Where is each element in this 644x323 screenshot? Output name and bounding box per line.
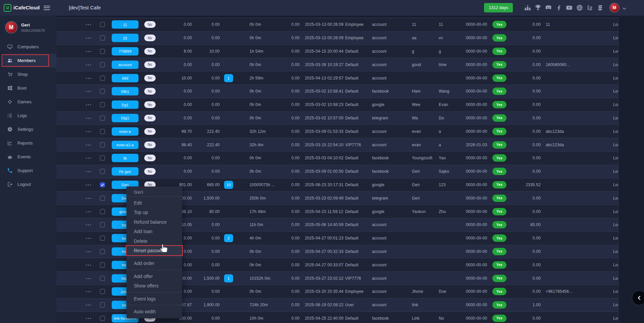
row-actions-dots-icon[interactable]: ••• — [86, 183, 97, 187]
menu-item-reset-password[interactable]: Reset password — [126, 246, 182, 255]
row-actions-dots-icon[interactable]: ••• — [86, 169, 97, 173]
row-actions-dots-icon[interactable]: ••• — [86, 103, 97, 107]
sidebar-item-games[interactable]: Games — [0, 95, 56, 109]
row-actions-dots-icon[interactable]: ••• — [86, 89, 97, 93]
row-checkbox[interactable] — [100, 102, 105, 107]
row-checkbox[interactable] — [100, 36, 105, 41]
sidebar-item-reports[interactable]: Reports — [0, 136, 56, 150]
icafecloud-icon[interactable] — [586, 4, 594, 11]
hamburger-menu-icon[interactable] — [44, 6, 50, 10]
member-name-pill[interactable]: ddd — [112, 74, 139, 82]
sidebar-item-support[interactable]: Support — [0, 164, 56, 177]
trophy-icon[interactable] — [534, 4, 542, 11]
row-checkbox[interactable] — [100, 276, 105, 281]
row-checkbox[interactable] — [100, 222, 105, 227]
facebook-icon[interactable] — [555, 4, 562, 11]
row-actions-dots-icon[interactable]: ••• — [86, 143, 97, 147]
row-actions-dots-icon[interactable]: ••• — [86, 236, 97, 240]
row-actions-dots-icon[interactable]: ••• — [86, 210, 97, 214]
row-actions-dots-icon[interactable]: ••• — [86, 156, 97, 160]
chevron-down-icon[interactable] — [622, 5, 627, 10]
row-checkbox[interactable] — [100, 89, 105, 94]
sidebar-item-logs[interactable]: Logs — [0, 109, 56, 122]
spent-cell: 0.00 — [283, 116, 300, 120]
row-checkbox[interactable] — [100, 303, 105, 308]
row-checkbox[interactable] — [100, 249, 105, 254]
row-actions-dots-icon[interactable]: ••• — [86, 316, 97, 320]
row-checkbox[interactable] — [100, 169, 105, 174]
menu-item-show-offers[interactable]: Show offers — [126, 281, 182, 290]
menu-item-delete[interactable]: Delete — [126, 236, 182, 246]
member-name-pill[interactable]: 11 — [112, 20, 139, 29]
row-checkbox[interactable] — [100, 156, 105, 161]
menu-item-add-loan[interactable]: Add loan — [126, 227, 182, 236]
row-actions-dots-icon[interactable]: ••• — [86, 36, 97, 40]
loc-cell: Loc — [613, 236, 619, 240]
sidebar-item-members[interactable]: Members — [2, 54, 56, 67]
row-checkbox[interactable] — [100, 62, 105, 67]
member-name-pill[interactable]: evan-a1-a — [112, 141, 139, 149]
row-actions-dots-icon[interactable]: ••• — [86, 116, 97, 120]
row-checkbox[interactable] — [100, 115, 105, 120]
spent-cell: 0.00 — [283, 236, 300, 240]
row-actions-dots-icon[interactable]: ••• — [86, 276, 97, 280]
sidebar-item-settings[interactable]: Settings — [0, 122, 56, 136]
layers-icon[interactable] — [597, 4, 604, 11]
menu-item-event-logs[interactable]: Event logs — [126, 294, 182, 304]
row-actions-dots-icon[interactable]: ••• — [86, 129, 97, 133]
member-name-pill[interactable]: 778899 — [112, 47, 139, 55]
ranking-icon[interactable] — [524, 4, 531, 11]
member-name-pill[interactable]: Fb geri — [112, 167, 139, 176]
member-group-cell: Default — [345, 129, 358, 134]
member-name-pill[interactable]: Dtg1 — [112, 114, 139, 122]
menu-item-refund-balance[interactable]: Refund balance — [126, 217, 182, 227]
row-checkbox[interactable] — [100, 209, 105, 214]
avatar[interactable]: M — [5, 21, 17, 34]
menu-item-add-order[interactable]: Add order — [126, 259, 182, 268]
row-actions-dots-icon[interactable]: ••• — [86, 22, 97, 26]
sidebar-item-boot[interactable]: Boot — [0, 81, 56, 95]
row-checkbox[interactable] — [100, 129, 105, 134]
row-checkbox[interactable] — [100, 289, 105, 294]
row-actions-dots-icon[interactable]: ••• — [86, 223, 97, 227]
row-actions-dots-icon[interactable]: ••• — [86, 196, 97, 200]
row-actions-dots-icon[interactable]: ••• — [86, 76, 97, 80]
row-checkbox[interactable] — [100, 262, 105, 267]
row-actions-dots-icon[interactable]: ••• — [86, 250, 97, 254]
member-name-pill[interactable]: Dg1 — [112, 101, 139, 109]
row-actions-dots-icon[interactable]: ••• — [86, 63, 97, 67]
row-actions-dots-icon[interactable]: ••• — [86, 49, 97, 53]
menu-item-top-up[interactable]: Top up — [126, 208, 182, 217]
row-checkbox[interactable] — [100, 182, 105, 187]
sidebar-item-computers[interactable]: Computers — [0, 40, 56, 54]
row-checkbox[interactable] — [100, 196, 105, 201]
avatar[interactable]: M — [609, 3, 620, 13]
member-name-pill[interactable]: 22 — [112, 34, 139, 42]
menu-item-edit[interactable]: Edit — [126, 198, 182, 208]
member-name-pill[interactable]: Dfb1 — [112, 87, 139, 96]
sidebar-item-shop[interactable]: Shop — [0, 67, 56, 81]
sidebar-item-events[interactable]: Events — [0, 150, 56, 164]
row-actions-dots-icon[interactable]: ••• — [86, 303, 97, 307]
subscription-days-button[interactable]: 1312 days — [484, 3, 513, 12]
youtube-icon[interactable] — [566, 4, 573, 11]
time-used-cell: 10h 0m — [250, 316, 263, 321]
discord-icon[interactable] — [545, 4, 552, 11]
row-checkbox[interactable] — [100, 316, 105, 321]
collapse-panel-button[interactable] — [632, 290, 644, 305]
row-checkbox[interactable] — [100, 22, 105, 27]
member-name-pill[interactable]: evan-a — [112, 127, 139, 136]
row-checkbox[interactable] — [100, 236, 105, 241]
row-actions-dots-icon[interactable]: ••• — [86, 263, 97, 267]
menu-item-auto-width[interactable]: Auto width — [126, 307, 182, 316]
menu-item-add-offer[interactable]: Add offer — [126, 272, 182, 281]
row-checkbox[interactable] — [100, 75, 105, 80]
row-checkbox[interactable] — [100, 49, 105, 54]
globe-icon[interactable] — [576, 4, 583, 11]
member-name-pill[interactable]: fb — [112, 154, 139, 162]
row-checkbox[interactable] — [100, 142, 105, 147]
member-name-pill[interactable]: account — [112, 60, 139, 69]
chevron-left-icon — [637, 295, 642, 301]
sidebar-item-logout[interactable]: Logout — [0, 177, 56, 191]
row-actions-dots-icon[interactable]: ••• — [86, 289, 97, 293]
